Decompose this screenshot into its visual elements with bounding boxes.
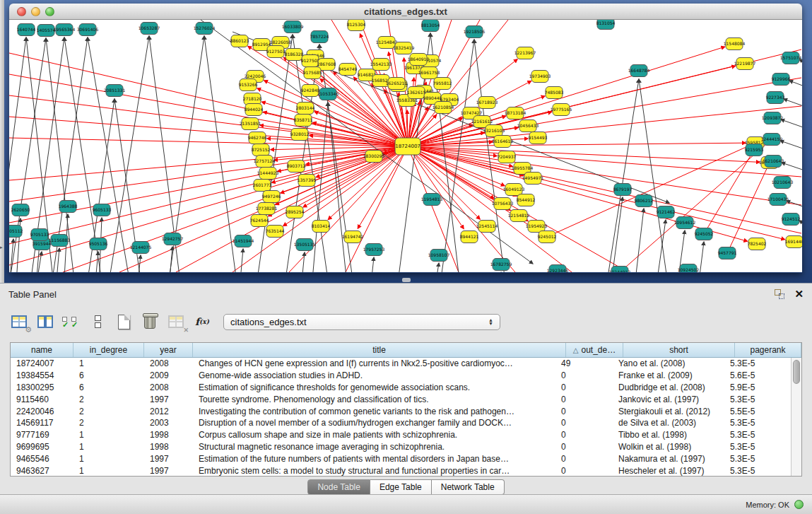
network-node[interactable]: 7955812 (433, 78, 452, 90)
network-node[interactable]: 12144075 (130, 242, 152, 254)
network-node[interactable]: 19734903 (529, 71, 551, 83)
network-node[interactable]: 9462746 (248, 132, 267, 144)
network-node[interactable]: 16265211 (386, 78, 408, 90)
network-node[interactable]: 8605112 (9, 226, 23, 238)
network-node[interactable]: 11954923 (526, 221, 548, 233)
split-pane-grip[interactable] (402, 278, 411, 282)
network-node[interactable]: 12213967 (514, 47, 536, 59)
network-node[interactable]: 10653287 (139, 23, 160, 35)
network-node[interactable]: 9497246 (262, 191, 281, 203)
network-node[interactable]: 7485083 (545, 87, 564, 99)
network-node[interactable]: 8103414 (312, 221, 331, 233)
network-node[interactable]: 12093872 (762, 112, 784, 124)
network-node[interactable]: 16210854 (433, 102, 454, 114)
network-node[interactable]: 19565364 (54, 24, 76, 36)
network-node[interactable]: 8454749 (339, 64, 358, 76)
network-node[interactable]: 1691440 (785, 236, 802, 248)
network-node[interactable]: 10756433 (492, 198, 514, 210)
network-node[interactable]: 9505136 (89, 238, 108, 250)
row-height-icon[interactable] (88, 313, 107, 331)
network-node[interactable]: 16961758 (418, 67, 440, 79)
minimize-window-button[interactable] (31, 7, 40, 16)
tab-edge-table[interactable]: Edge Table (370, 479, 432, 495)
table-row[interactable]: 911546021997Tourette syndrome. Phenomeno… (11, 393, 791, 405)
left-gutter[interactable]: ▸ (0, 0, 4, 283)
network-node[interactable]: 10210643 (772, 177, 794, 189)
network-node[interactable]: 17100435 (767, 194, 789, 206)
column-header-short[interactable]: short (623, 343, 735, 357)
network-node[interactable]: 8944121 (460, 231, 479, 243)
network-node[interactable]: 12942757 (162, 233, 184, 245)
network-node[interactable]: 9129966 (772, 74, 791, 86)
network-node[interactable]: 12154812 (508, 210, 530, 222)
network-node[interactable]: 15276024 (194, 23, 216, 35)
network-node[interactable]: 14954971 (522, 173, 544, 185)
network-node[interactable]: 21053346 (317, 88, 339, 100)
table-row[interactable]: 977716911998Corpus callosum shape and si… (11, 429, 791, 441)
network-node[interactable]: 17957253 (363, 244, 385, 256)
column-header-pagerank[interactable]: pagerank (735, 343, 801, 357)
network-window-titlebar[interactable]: citations_edges.txt (9, 4, 802, 20)
network-node[interactable]: 20851331 (104, 85, 126, 97)
network-node[interactable]: 10954612 (674, 217, 696, 229)
network-node[interactable]: 8903712 (287, 160, 306, 173)
network-node[interactable]: 9154493 (529, 132, 548, 144)
network-node[interactable]: 13216103 (483, 125, 505, 137)
network-node[interactable]: 1640744 (17, 24, 36, 36)
network-node[interactable]: 8131054 (596, 20, 616, 30)
network-node[interactable]: 12923446 (547, 265, 569, 273)
network-node[interactable]: 8358711 (294, 115, 313, 127)
network-node[interactable]: 16718923 (476, 97, 498, 109)
select-rows-checklist-icon[interactable]: ✓✓ (62, 313, 81, 331)
network-node[interactable]: 7204937 (498, 151, 517, 163)
network-node[interactable]: 9121462 (657, 206, 676, 218)
network-node[interactable]: 9328012 (290, 129, 310, 141)
network-node[interactable]: 9127503 (266, 46, 286, 58)
network-node[interactable]: 10244912 (609, 267, 631, 273)
network-node[interactable]: 16033809 (282, 21, 304, 33)
network-node[interactable]: 2895254 (286, 206, 305, 218)
scrollbar-thumb[interactable] (793, 360, 800, 384)
zoom-window-button[interactable] (45, 7, 54, 16)
table-row[interactable]: 1872400712008Changes of HCN gene express… (11, 358, 791, 370)
network-node[interactable]: 8813054 (421, 20, 440, 32)
network-node[interactable]: 15751074 (780, 52, 802, 64)
close-panel-icon[interactable]: ✕ (794, 289, 804, 299)
network-node[interactable]: 10958107 (428, 250, 450, 262)
network-node[interactable]: 11548084 (724, 38, 746, 50)
network-node[interactable]: 1357395 (298, 175, 317, 187)
network-node[interactable]: 16782759 (490, 259, 512, 271)
column-header-out_degree[interactable]: △out_de… (566, 343, 623, 357)
network-node[interactable]: 12444159 (761, 134, 783, 146)
network-node[interactable]: 18713184 (505, 107, 526, 119)
network-node[interactable]: 18325419 (393, 42, 415, 54)
network-node[interactable]: 9245012 (538, 231, 557, 243)
network-node[interactable]: 16164612 (492, 136, 514, 148)
network-node[interactable]: 16648784 (628, 65, 650, 77)
network-node[interactable]: 9457791 (718, 247, 737, 259)
table-settings-icon[interactable]: ⚙ (10, 313, 28, 331)
column-header-title[interactable]: title (193, 343, 566, 357)
network-node[interactable]: 1405574 (37, 25, 56, 37)
network-node[interactable]: 11444923 (257, 168, 279, 180)
network-node[interactable]: 8944024 (245, 104, 264, 116)
network-node[interactable]: 9215953 (745, 144, 764, 156)
network-node[interactable]: 10924502 (678, 264, 700, 273)
network-node[interactable]: 7624544 (250, 215, 269, 227)
column-header-year[interactable]: year (144, 343, 193, 357)
network-node[interactable]: 9605133 (93, 204, 112, 216)
network-node[interactable]: 9245052 (695, 228, 714, 240)
network-node[interactable]: 11954813 (421, 194, 443, 206)
table-selector-dropdown[interactable]: citations_edges.txt ▲▼ (223, 314, 500, 330)
close-window-button[interactable] (17, 7, 26, 16)
table-row[interactable]: 969969511998Structural magnetic resonanc… (11, 441, 791, 453)
network-node[interactable]: 16049123 (503, 184, 525, 196)
network-node[interactable]: 16194742 (342, 231, 364, 243)
network-node[interactable]: 9175685 (303, 67, 322, 79)
table-row[interactable]: 1456911722003Disruption of a novel membe… (11, 417, 791, 429)
network-node[interactable]: 12757124 (254, 156, 276, 168)
column-header-name[interactable]: name (11, 343, 73, 357)
network-node[interactable]: 7825402 (748, 238, 767, 250)
network-node[interactable]: 11451944 (233, 235, 254, 247)
network-node[interactable]: 19218506 (464, 26, 486, 38)
